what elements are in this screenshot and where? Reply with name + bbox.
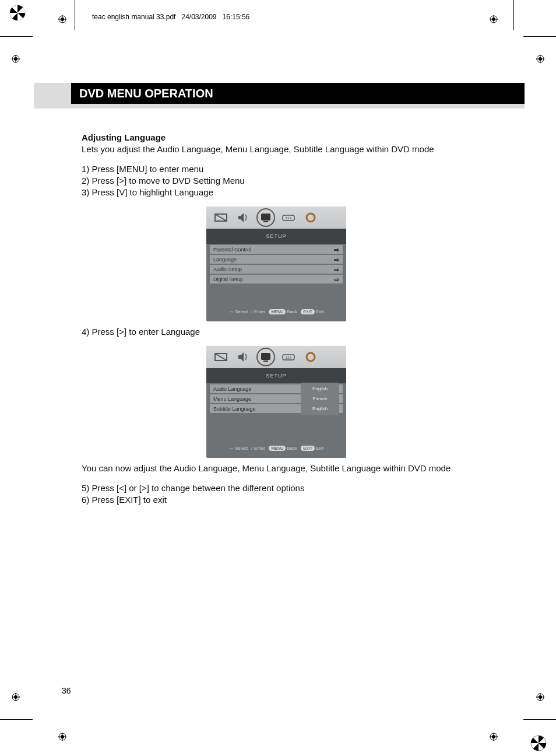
svg-line-35 (215, 214, 227, 221)
svg-point-40 (307, 214, 315, 222)
osd-hint-bar: ↔ Select ↓ Enter MENUBack EXITExit (206, 304, 346, 319)
menu-pill: MENU (269, 309, 286, 314)
osd-row-label: Digital Setup (213, 274, 334, 285)
crop-line (0, 36, 33, 37)
function-settings-icon (302, 349, 319, 365)
osd-setup-screenshot-2: 123 SETUP Audio LanguageEnglish Menu Lan… (206, 346, 346, 458)
arrow-down-icon: ↓ (251, 309, 253, 314)
svg-rect-44 (263, 360, 268, 362)
osd-row: Digital Setup⇨ (210, 275, 343, 284)
hint-back: Back (287, 309, 297, 314)
exit-pill: EXIT (301, 309, 315, 314)
header-time: 16:15:56 (223, 13, 250, 21)
osd-row: Menu LanguageFrench (210, 394, 343, 403)
menu-pill: MENU (269, 446, 286, 451)
hint-exit: Exit (316, 309, 323, 314)
arrow-down-icon: ↓ (251, 446, 253, 451)
svg-point-47 (307, 353, 315, 361)
registration-mark-icon (58, 733, 66, 741)
body-content: Adjusting Language Lets you adjust the A… (82, 132, 525, 514)
osd-setup-label: SETUP (206, 368, 346, 383)
osd-row: Subtitle LanguageEnglish (210, 404, 343, 413)
subsection-heading: Adjusting Language (82, 132, 166, 142)
svg-text:123: 123 (286, 216, 292, 220)
crop-line (513, 0, 514, 10)
after-text: You can now adjust the Audio Language, M… (82, 463, 525, 474)
svg-rect-36 (261, 214, 270, 220)
osd-icon-row: 123 (206, 206, 346, 229)
channel-settings-icon: 123 (280, 349, 297, 365)
hint-back: Back (287, 446, 297, 451)
svg-text:123: 123 (286, 356, 292, 359)
arrows-lr-icon: ↔ (229, 309, 234, 314)
registration-mark-icon (490, 733, 498, 741)
section-title-bar: DVD MENU OPERATION (34, 83, 525, 108)
osd-row: Language⇨ (210, 255, 343, 264)
osd-row-value: English (301, 402, 339, 415)
crop-line (75, 10, 75, 30)
crop-line (523, 36, 556, 37)
registration-mark-icon (536, 693, 544, 701)
step-item: 3) Press [V] to highlight Language (82, 187, 525, 198)
crop-line (0, 719, 33, 720)
picture-settings-icon (212, 210, 230, 225)
osd-hint-bar: ↔ Select ↓ Enter MENUBack EXITExit (206, 441, 346, 456)
arrow-right-icon: ⇨ (334, 274, 339, 285)
channel-settings-icon: 123 (280, 210, 297, 225)
osd-row: Audio LanguageEnglish (210, 384, 343, 393)
svg-rect-37 (263, 221, 268, 222)
step-item: 1) Press [MENU] to enter menu (82, 163, 525, 175)
dvd-settings-icon (256, 208, 275, 227)
hint-enter: Enter (254, 446, 265, 451)
hint-enter: Enter (254, 309, 265, 314)
hint-select: Select (235, 446, 248, 451)
picture-settings-icon (212, 349, 230, 365)
registration-mark-icon (490, 15, 498, 23)
step-item: 2) Press [>] to move to DVD Setting Menu (82, 175, 525, 187)
svg-rect-43 (261, 353, 270, 360)
manual-page: teac english manual 33.pdf 24/03/2009 16… (0, 0, 556, 756)
osd-icon-row: 123 (206, 346, 346, 368)
header-date: 24/03/2009 (181, 13, 216, 21)
header-filename: teac english manual 33.pdf (92, 13, 175, 21)
osd-setup-screenshot-1: 123 SETUP Parental Control⇨ Language⇨ Au… (206, 206, 346, 321)
section-title: DVD MENU OPERATION (71, 83, 525, 104)
steps-list-a: 1) Press [MENU] to enter menu 2) Press [… (82, 163, 525, 198)
sound-settings-icon (234, 210, 252, 225)
registration-mark-icon (536, 55, 544, 63)
crop-line (513, 10, 514, 30)
osd-row: Audio Setup⇨ (210, 265, 343, 274)
osd-setup-label: SETUP (206, 229, 346, 244)
registration-mark-icon (12, 55, 20, 63)
svg-line-42 (215, 354, 227, 360)
crop-line (523, 719, 556, 720)
osd-row: Parental Control⇨ (210, 245, 343, 254)
step-item: 5) Press [<] or [>] to change between th… (82, 482, 525, 494)
steps-list-b: 5) Press [<] or [>] to change between th… (82, 482, 525, 506)
sound-settings-icon (234, 349, 252, 365)
crop-line (75, 0, 75, 10)
osd-row-label: Subtitle Language (213, 403, 298, 415)
function-settings-icon (302, 210, 319, 225)
print-header: teac english manual 33.pdf 24/03/2009 16… (92, 13, 249, 21)
hint-select: Select (235, 309, 248, 314)
dvd-settings-icon (256, 348, 275, 366)
exit-pill: EXIT (301, 446, 315, 451)
registration-mark-icon (58, 15, 66, 23)
registration-mark-icon (12, 693, 20, 701)
intro-text: Lets you adjust the Audio Language, Menu… (82, 144, 434, 154)
arrows-lr-icon: ↔ (229, 446, 234, 451)
step-item: 4) Press [>] to enter Language (82, 326, 525, 338)
color-bar-icon (530, 735, 547, 751)
color-bar-icon (9, 5, 26, 21)
hint-exit: Exit (316, 446, 323, 451)
page-number: 36 (62, 686, 71, 695)
step-item: 6) Press [EXIT] to exit (82, 494, 525, 506)
